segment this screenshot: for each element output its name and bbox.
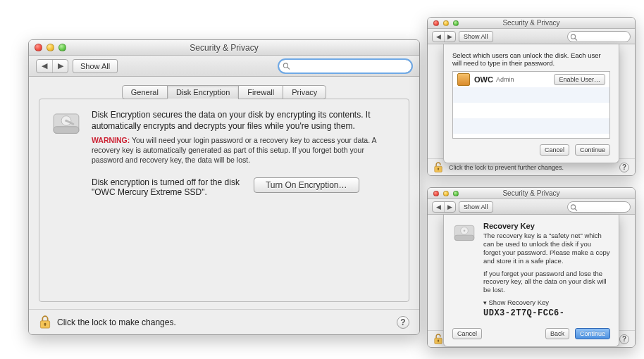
toolbar: ◀ ▶ Show All <box>428 29 635 44</box>
search-icon <box>283 62 290 70</box>
warning-label: WARNING: <box>92 136 130 144</box>
show-all-button[interactable]: Show All <box>459 201 493 213</box>
search-field[interactable] <box>278 59 412 73</box>
footer: Click the lock to make changes. ? <box>29 309 419 334</box>
cancel-button[interactable]: Cancel <box>540 144 569 156</box>
back-step-button[interactable]: Back <box>545 328 569 339</box>
toolbar: ◀ ▶ Show All <box>29 56 419 77</box>
titlebar[interactable]: Security & Privacy <box>428 18 635 29</box>
window-title: Security & Privacy <box>29 43 419 53</box>
warning-body: You will need your login password or a r… <box>92 136 376 163</box>
tabbar: General Disk Encryption Firewall Privacy <box>39 85 409 99</box>
search-icon <box>570 33 576 39</box>
svg-rect-3 <box>54 127 79 134</box>
tab-general[interactable]: General <box>122 85 168 99</box>
titlebar[interactable]: Security & Privacy <box>428 188 635 199</box>
close-icon[interactable] <box>35 44 42 51</box>
lock-text: Click the lock to prevent further change… <box>449 164 564 171</box>
zoom-icon[interactable] <box>453 20 459 26</box>
lock-icon[interactable] <box>39 315 51 330</box>
nav-segment: ◀ ▶ <box>36 59 68 73</box>
cancel-button[interactable]: Cancel <box>452 328 482 339</box>
back-button[interactable]: ◀ <box>37 60 52 73</box>
content-area: Select which users can unlock the disk. … <box>428 44 635 158</box>
traffic-lights[interactable] <box>35 44 66 51</box>
svg-rect-18 <box>454 235 474 240</box>
pane-body: Disk Encryption secures the data on your… <box>92 109 397 291</box>
svg-line-16 <box>575 208 577 210</box>
warning-text: WARNING: You will need your login passwo… <box>92 136 397 165</box>
users-window: Security & Privacy ◀ ▶ Show All Select w… <box>427 17 636 176</box>
disk-icon <box>51 109 82 144</box>
tab-disk-encryption[interactable]: Disk Encryption <box>167 85 239 99</box>
minimize-icon[interactable] <box>443 191 449 196</box>
forward-button[interactable]: ▶ <box>444 202 455 212</box>
forward-button[interactable]: ▶ <box>52 60 68 73</box>
svg-point-20 <box>464 229 466 232</box>
search-field[interactable] <box>567 201 631 213</box>
toolbar: ◀ ▶ Show All <box>428 199 635 215</box>
show-all-button[interactable]: Show All <box>73 59 118 73</box>
svg-rect-14 <box>438 168 438 170</box>
list-item <box>453 103 609 118</box>
nav-segment: ◀ ▶ <box>432 201 456 213</box>
turn-on-encryption-button[interactable]: Turn On Encryption… <box>254 177 359 193</box>
window-title: Security & Privacy <box>428 189 635 197</box>
minimize-icon[interactable] <box>47 44 54 51</box>
recovery-key-value: UDX3-2T7Q-FCC6- <box>483 308 610 318</box>
svg-line-1 <box>287 67 290 69</box>
search-input[interactable] <box>278 59 412 73</box>
continue-button[interactable]: Continue <box>575 144 610 156</box>
close-icon[interactable] <box>433 191 439 196</box>
traffic-lights[interactable] <box>433 191 459 196</box>
svg-line-11 <box>575 38 577 40</box>
close-icon[interactable] <box>433 20 439 26</box>
list-item <box>453 118 609 134</box>
tab-frame: Disk Encryption secures the data on your… <box>39 99 409 302</box>
continue-button[interactable]: Continue <box>575 328 610 339</box>
show-all-button[interactable]: Show All <box>459 31 493 42</box>
svg-rect-9 <box>44 324 45 326</box>
search-icon <box>570 203 576 210</box>
enable-user-button[interactable]: Enable User… <box>554 74 605 85</box>
back-button[interactable]: ◀ <box>433 32 444 42</box>
user-list[interactable]: OWC Admin Enable User… <box>452 71 610 139</box>
sheet-p2: If you forget your password and lose the… <box>483 270 610 295</box>
content-area: General Disk Encryption Firewall Privacy… <box>29 77 419 309</box>
svg-rect-23 <box>438 340 438 341</box>
status-text: Disk encryption is turned off for the di… <box>92 177 240 197</box>
sheet-prompt: Select which users can unlock the disk. … <box>452 51 610 67</box>
recovery-window: Security & Privacy ◀ ▶ Show All <box>427 187 636 348</box>
recovery-sheet: Recovery Key The recovery key is a "safe… <box>443 215 619 347</box>
forward-button[interactable]: ▶ <box>444 32 455 42</box>
avatar-icon <box>457 73 470 86</box>
minimize-icon[interactable] <box>443 20 449 26</box>
traffic-lights[interactable] <box>433 20 459 26</box>
titlebar[interactable]: Security & Privacy <box>29 40 419 56</box>
help-button[interactable]: ? <box>397 316 409 329</box>
sheet-heading: Recovery Key <box>483 222 610 230</box>
help-button[interactable]: ? <box>619 334 629 344</box>
lock-text: Click the lock to make changes. <box>57 317 176 327</box>
lock-icon[interactable] <box>433 333 443 346</box>
search-field[interactable] <box>567 31 631 42</box>
zoom-icon[interactable] <box>453 191 459 196</box>
nav-segment: ◀ ▶ <box>432 31 456 42</box>
zoom-icon[interactable] <box>58 44 66 51</box>
main-window: Security & Privacy ◀ ▶ Show All General … <box>28 39 420 335</box>
tab-firewall[interactable]: Firewall <box>238 85 283 99</box>
tab-privacy[interactable]: Privacy <box>283 85 326 99</box>
users-sheet: Select which users can unlock the disk. … <box>443 44 619 163</box>
list-item <box>453 87 609 103</box>
user-role: Admin <box>496 76 514 83</box>
list-item[interactable]: OWC Admin Enable User… <box>453 72 609 87</box>
window-title: Security & Privacy <box>428 19 635 27</box>
lock-icon[interactable] <box>433 161 443 174</box>
disk-icon <box>452 222 476 250</box>
show-recovery-key-toggle[interactable]: Show Recovery Key <box>483 298 610 306</box>
content-area: Recovery Key The recovery key is a "safe… <box>428 215 635 330</box>
sheet-p1: The recovery key is a "safety net" which… <box>483 232 610 265</box>
user-name: OWC <box>474 75 493 84</box>
help-button[interactable]: ? <box>619 163 629 172</box>
back-button[interactable]: ◀ <box>433 202 444 212</box>
